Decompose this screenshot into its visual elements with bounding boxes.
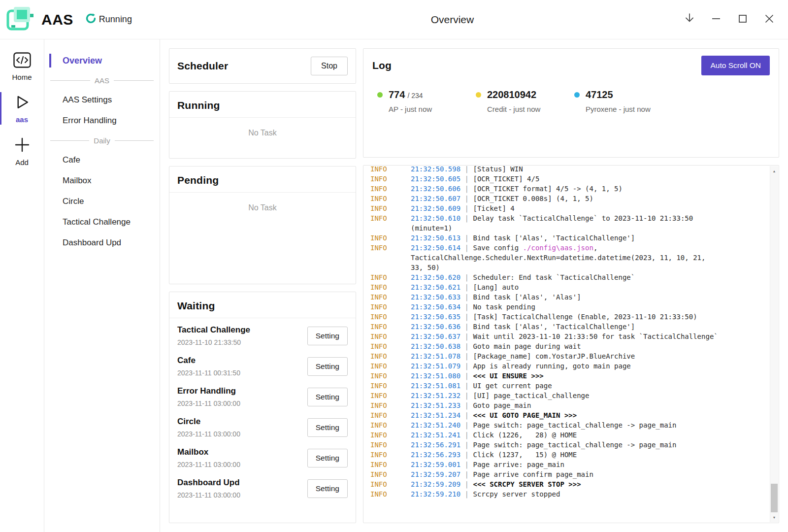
running-status-label: Running [99, 14, 132, 25]
sidebar-item-mailbox[interactable]: Mailbox [44, 170, 160, 191]
window-controls [680, 10, 779, 30]
log-line: INFO21:32:50.613 | Bind task ['Alas', 'T… [370, 233, 763, 243]
log-timestamp: 21:32:50.638 [411, 342, 460, 350]
sidebar-item-overview[interactable]: Overview [44, 50, 160, 71]
maximize-button[interactable] [733, 10, 753, 30]
waiting-task-row: Dashboard Upd2023-11-11 03:00:00Setting [177, 473, 348, 503]
log-message: Bind task ['Alas', 'Alas'] [473, 293, 581, 301]
running-status: Running [85, 13, 132, 26]
waiting-task-time: 2023-11-11 03:00:00 [177, 461, 240, 468]
log-level: INFO [370, 203, 411, 213]
stat-suffix: / 234 [407, 92, 423, 100]
log-output[interactable]: INFO21:32:50.598 | [Status] WININFO21:32… [363, 165, 779, 523]
log-level: INFO [370, 391, 411, 400]
log-message: Page arrive confirm page_main [473, 470, 593, 478]
log-message: <<< UI GOTO PAGE_MAIN >>> [473, 411, 577, 419]
waiting-task-row: Circle2023-11-11 03:00:00Setting [177, 412, 348, 442]
log-line: INFO21:32:56.291 | Page switch: page_tac… [370, 440, 763, 450]
log-timestamp: 21:32:59.209 [411, 480, 460, 488]
setting-button[interactable]: Setting [307, 479, 348, 498]
waiting-task-time: 2023-11-10 21:33:50 [177, 338, 250, 346]
sidebar-item-tactical-challenge[interactable]: Tactical Challenge [44, 212, 160, 233]
log-timestamp: 21:32:51.234 [411, 411, 460, 419]
log-timestamp: 21:32:50.635 [411, 313, 460, 321]
rail-item-home[interactable]: Home [0, 47, 44, 85]
log-level: INFO [370, 371, 411, 381]
log-line: INFO21:32:50.606 | [OCR_TICKET format] 4… [370, 184, 763, 194]
waiting-task-info: Tactical Challenge2023-11-10 21:33:50 [177, 325, 250, 346]
waiting-task-name: Dashboard Upd [177, 478, 240, 488]
stat-label: Credit - just now [487, 105, 540, 113]
minimize-button[interactable] [706, 10, 726, 30]
rail-item-aas[interactable]: aas [0, 89, 44, 128]
waiting-task-row: Mailbox2023-11-11 03:00:00Setting [177, 442, 348, 473]
waiting-task-time: 2023-11-11 03:00:00 [177, 491, 240, 499]
log-line: INFO21:32:50.610 | Delay task `TacticalC… [370, 213, 763, 233]
log-timestamp: 21:32:59.210 [411, 490, 460, 498]
download-button[interactable] [680, 10, 699, 30]
log-line: INFO21:32:50.614 | Save config ./config\… [370, 243, 763, 272]
stop-button[interactable]: Stop [311, 57, 348, 75]
sidebar-group-label: Daily [94, 136, 110, 145]
log-timestamp: 21:32:50.614 [411, 244, 460, 252]
log-line: INFO21:32:51.232 | [UI] page_tactical_ch… [370, 391, 763, 400]
log-level: INFO [370, 479, 411, 489]
sidebar-item-circle[interactable]: Circle [44, 191, 160, 212]
log-message: Bind task ['Alas', 'TacticalChallenge'] [473, 234, 635, 242]
log-line: INFO21:32:59.209 | <<< SCRCPY SERVER STO… [370, 479, 763, 489]
sidebar-item-dashboard-upd[interactable]: Dashboard Upd [44, 233, 160, 253]
main-content: Scheduler Stop Running No Task Pending N… [160, 39, 788, 532]
waiting-list: Tactical Challenge2023-11-10 21:33:50Set… [169, 318, 356, 503]
log-message: <<< SCRCPY SERVER STOP >>> [473, 480, 581, 488]
dashboard-stats: 774/ 234AP - just now220810942Credit - j… [372, 89, 770, 113]
waiting-task-row: Cafe2023-11-11 00:31:50Setting [177, 351, 348, 381]
sidebar-item-aas-settings[interactable]: AAS Settings [44, 90, 160, 110]
minimize-icon [711, 13, 722, 26]
setting-button[interactable]: Setting [307, 388, 348, 406]
waiting-task-info: Circle2023-11-11 03:00:00 [177, 417, 240, 438]
log-timestamp: 21:32:50.621 [411, 283, 460, 291]
rail-item-label: Home [12, 73, 32, 81]
sidebar-item-error-handling[interactable]: Error Handling [44, 110, 160, 131]
log-timestamp: 21:32:50.607 [411, 195, 460, 202]
download-icon [683, 12, 696, 27]
scrollbar-thumb[interactable] [771, 484, 778, 512]
log-scrollbar[interactable]: ▲ ▼ [770, 166, 778, 522]
setting-button[interactable]: Setting [307, 449, 348, 467]
log-message: UI get current page [473, 382, 552, 390]
setting-button[interactable]: Setting [307, 357, 348, 376]
log-timestamp: 21:32:50.636 [411, 323, 460, 331]
log-message: <<< UI ENSURE >>> [473, 372, 543, 380]
log-line: INFO21:32:50.607 | [OCR_TICKET 0.008s] (… [370, 194, 763, 203]
log-level: INFO [370, 332, 411, 341]
nav-rail: HomeaasAdd [0, 39, 44, 532]
task-column: Scheduler Stop Running No Task Pending N… [169, 48, 356, 523]
log-line: INFO21:32:59.001 | Page arrive: page_mai… [370, 460, 763, 469]
log-column: Log Auto Scroll ON 774/ 234AP - just now… [363, 48, 779, 523]
auto-scroll-button[interactable]: Auto Scroll ON [701, 56, 770, 75]
scroll-up-icon[interactable]: ▲ [770, 167, 778, 175]
sidebar-item-cafe[interactable]: Cafe [44, 150, 160, 170]
setting-button[interactable]: Setting [307, 418, 348, 437]
dashboard-stat: 774/ 234AP - just now [377, 89, 470, 113]
code-icon [13, 52, 31, 70]
waiting-title: Waiting [177, 300, 215, 311]
waiting-task-name: Error Handling [177, 386, 240, 396]
log-level: INFO [370, 282, 411, 292]
scroll-down-icon[interactable]: ▼ [770, 513, 778, 521]
stat-label: AP - just now [389, 105, 432, 113]
log-message: [OCR_TICKET format] 4/5 -> (4, 1, 5) [473, 185, 622, 193]
log-message: ./config\aas.json [523, 244, 593, 252]
setting-button[interactable]: Setting [307, 327, 348, 345]
close-button[interactable] [759, 10, 779, 30]
log-level: INFO [370, 400, 411, 410]
running-title: Running [177, 100, 220, 111]
log-line: INFO21:32:59.210 | Scrcpy server stopped [370, 489, 763, 499]
rail-item-add[interactable]: Add [0, 132, 44, 170]
log-level: INFO [370, 233, 411, 243]
stat-dot-icon [377, 92, 383, 98]
log-line: INFO21:32:51.080 | <<< UI ENSURE >>> [370, 371, 763, 381]
log-line: INFO21:32:50.638 | Goto main page during… [370, 341, 763, 351]
log-line: INFO21:32:50.635 | [Task] TacticalChalle… [370, 312, 763, 322]
waiting-task-row: Error Handling2023-11-11 03:00:00Setting [177, 381, 348, 412]
